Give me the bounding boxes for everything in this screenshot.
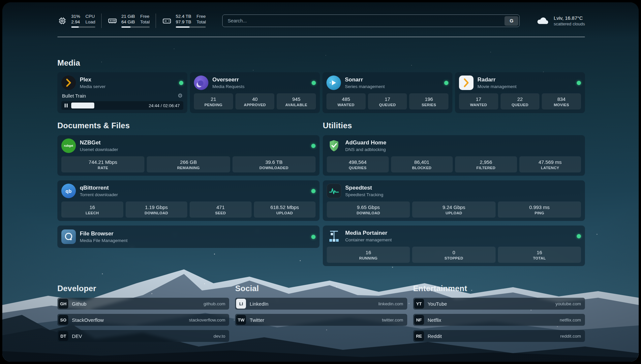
memory-free-label: Free: [140, 14, 150, 19]
stat-label: FILTERED: [456, 166, 516, 170]
memory-icon: [107, 16, 117, 26]
service-title: qBittorrent: [80, 185, 118, 191]
stat-tiles: 16 LEECH 1.19 Gbps DOWNLOAD 471 SEED: [61, 201, 316, 218]
disk-total-value: 97.9 TB: [176, 19, 191, 25]
stat-label: LATENCY: [521, 166, 580, 170]
disk-total-label: Total: [197, 19, 206, 25]
homepage-dashboard: { "colors": { "status_online": "#3fd68f"…: [0, 0, 641, 364]
settings-gear-icon[interactable]: ⚙: [178, 93, 183, 99]
service-card-overseerr[interactable]: Overseerr Media Requests 21 PENDING 40 A…: [190, 72, 320, 113]
status-dot: [444, 81, 448, 85]
status-dot: [311, 144, 316, 148]
stat-label: DOWNLOAD: [328, 211, 409, 215]
stat-tile: 2,956 FILTERED: [455, 156, 517, 172]
service-subtitle: Media Requests: [212, 84, 245, 89]
plex-icon: [61, 76, 76, 90]
stat-label: REMAINING: [148, 166, 229, 170]
stat-value: 39.6 TB: [234, 159, 314, 165]
service-card-speedtest[interactable]: Speedtest Speedtest Tracking 9.65 Gbps D…: [323, 180, 585, 221]
bookmark-netflix[interactable]: NF Netflix netflix.com: [413, 314, 585, 326]
card-header: File Browser Media File Management: [61, 229, 316, 244]
service-subtitle: Movie management: [477, 84, 517, 89]
speedtest-icon: [327, 184, 341, 198]
service-card-plex[interactable]: Plex Media server Bullet Train ⚙ 24:44 /…: [57, 72, 187, 113]
bookmark-stackoverflow[interactable]: SO StackOverflow stackoverflow.com: [57, 314, 229, 326]
stat-tiles: 744.21 Mbps RATE 266 GB REMAINING 39.6 T…: [61, 156, 316, 172]
memory-stats: 21 GiB Free 64 GiB Total: [121, 14, 150, 28]
stat-value: 196: [411, 96, 447, 102]
filebrowser-icon: [61, 229, 76, 244]
service-subtitle: Container management: [345, 237, 392, 242]
bookmark-reddit[interactable]: RE Reddit reddit.com: [413, 330, 585, 342]
service-card-filebrowser[interactable]: File Browser Media File Management: [57, 226, 320, 248]
search-input[interactable]: [224, 18, 504, 23]
bookmark-list: GH Github github.com SO StackOverflow st…: [57, 298, 229, 342]
stat-value: 9.24 Gbps: [413, 204, 494, 210]
plex-progress-bar[interactable]: 24:44 / 02:06:47: [61, 101, 183, 110]
search-provider-button[interactable]: G: [504, 16, 518, 26]
portainer-icon: [327, 229, 341, 243]
stat-label: PENDING: [195, 103, 232, 107]
stat-tile: 945 AVAILABLE: [277, 93, 316, 109]
bookmark-list: LI LinkedIn linkedin.com TW Twitter twit…: [235, 298, 407, 326]
utilities-card-stack: AdGuard Home DNS and adblocking 498,564 …: [323, 135, 585, 266]
section-title-documents: Documents & Files: [57, 121, 320, 130]
card-titles: File Browser Media File Management: [80, 230, 128, 243]
stat-value: 498,564: [328, 159, 387, 165]
stat-value: 21: [195, 96, 232, 102]
stat-label: DOWNLOADED: [234, 166, 314, 170]
bookmark-url: youtube.com: [556, 301, 581, 306]
card-titles: qBittorrent Torrent downloader: [80, 185, 118, 197]
weather-text: Lviv, 16.87°C scattered clouds: [554, 15, 585, 26]
stat-tiles: 21 PENDING 40 APPROVED 945 AVAILABLE: [194, 93, 316, 109]
service-subtitle: DNS and adblocking: [345, 147, 386, 152]
bookmark-name: LinkedIn: [250, 301, 268, 307]
service-title: Overseerr: [212, 76, 245, 83]
stat-tile: 39.6 TB DOWNLOADED: [232, 156, 316, 172]
service-subtitle: Media server: [80, 84, 106, 89]
stat-tile: 1.19 Gbps DOWNLOAD: [126, 201, 188, 218]
service-title: Media Portainer: [345, 230, 392, 236]
stat-tile: 17 QUEUED: [368, 93, 407, 109]
stat-tile: 21 PENDING: [194, 93, 233, 109]
card-header: Radarr Movie management: [459, 76, 581, 90]
bookmark-twitter[interactable]: TW Twitter twitter.com: [235, 314, 407, 326]
stat-tile: 47.569 ms LATENCY: [519, 156, 581, 172]
section-media: Media Plex Media server: [57, 58, 585, 113]
service-card-portainer[interactable]: Media Portainer Container management 16 …: [323, 226, 585, 266]
stat-tiles: 485 WANTED 17 QUEUED 196 SERIES: [326, 93, 448, 109]
bookmark-github[interactable]: GH Github github.com: [57, 298, 229, 310]
service-card-qbittorrent[interactable]: qb qBittorrent Torrent downloader 16: [57, 180, 320, 221]
service-card-nzbget[interactable]: nzbget NZBGet Usenet downloader 744.21 M…: [57, 135, 320, 176]
service-card-adguard[interactable]: AdGuard Home DNS and adblocking 498,564 …: [323, 135, 585, 176]
disk-free-label: Free: [197, 14, 206, 19]
bookmark-linkedin[interactable]: LI LinkedIn linkedin.com: [235, 298, 407, 310]
bookmark-dev[interactable]: DT DEV dev.to: [57, 330, 229, 342]
disk-usage-bar: [176, 26, 206, 28]
stat-label: PING: [499, 211, 580, 215]
service-subtitle: Media File Management: [80, 238, 128, 243]
stat-value: 86,401: [392, 159, 452, 165]
status-dot: [312, 81, 316, 85]
now-playing-title: Bullet Train: [62, 93, 86, 99]
stat-value: 1.19 Gbps: [127, 204, 186, 210]
stat-label: STOPPED: [413, 256, 494, 260]
status-dot: [577, 234, 581, 238]
cpu-icon: [57, 16, 67, 26]
status-dot: [577, 81, 581, 85]
card-header: nzbget NZBGet Usenet downloader: [61, 138, 316, 153]
qbittorrent-icon-text: qb: [66, 188, 72, 194]
stat-tiles: 17 WANTED 22 QUEUED 834 MOVIES: [459, 93, 581, 109]
pause-icon[interactable]: [65, 104, 68, 107]
card-header: qb qBittorrent Torrent downloader: [61, 184, 316, 198]
bookmark-youtube[interactable]: YT YouTube youtube.com: [413, 298, 585, 310]
card-titles: Speedtest Speedtest Tracking: [345, 185, 383, 197]
service-card-radarr[interactable]: Radarr Movie management 17 WANTED 22 QUE…: [455, 72, 585, 113]
section-title-media: Media: [57, 58, 585, 68]
service-card-sonarr[interactable]: Sonarr Series management 485 WANTED 17 Q…: [322, 72, 452, 113]
stat-value: 618.52 Mbps: [255, 204, 315, 210]
stat-tile: 471 SEED: [190, 201, 252, 218]
card-header: Speedtest Speedtest Tracking: [327, 184, 581, 198]
stat-label: APPROVED: [237, 103, 273, 107]
bookmark-url: github.com: [203, 301, 225, 306]
